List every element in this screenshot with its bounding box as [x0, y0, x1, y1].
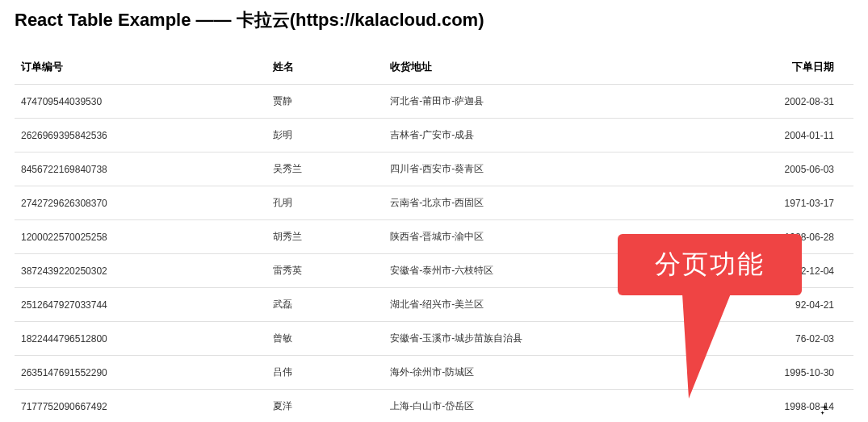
cell-address: 四川省-西安市-葵青区 — [384, 153, 736, 186]
cell-name: 雷秀英 — [266, 254, 384, 288]
cell-date: 76-02-03 — [736, 322, 853, 356]
col-header-date[interactable]: 下单日期 — [736, 50, 853, 85]
cell-name: 贾静 — [266, 85, 384, 119]
table-row[interactable]: 2626969395842536彭明吉林省-广安市-成县2004-01-11 — [15, 119, 853, 153]
cell-name: 吕伟 — [266, 356, 384, 390]
cell-id: 2635147691552290 — [15, 356, 266, 390]
table-row[interactable]: 8456722169840738吴秀兰四川省-西安市-葵青区2005-06-03 — [15, 153, 853, 186]
cell-date: 1998-08-14 — [736, 390, 853, 423]
cell-id: 1822444796512800 — [15, 322, 266, 356]
cell-id: 7177752090667492 — [15, 390, 266, 423]
cell-name: 孔明 — [266, 186, 384, 220]
cell-address: 云南省-北京市-西固区 — [384, 186, 736, 220]
cell-id: 1200022570025258 — [15, 220, 266, 254]
cell-name: 武磊 — [266, 288, 384, 322]
col-header-address[interactable]: 收货地址 — [384, 50, 736, 85]
cell-id: 474709544039530 — [15, 85, 266, 119]
cell-id: 2742729626308370 — [15, 186, 266, 220]
cell-date: 2002-08-31 — [736, 85, 853, 119]
cell-name: 曾敏 — [266, 322, 384, 356]
cell-date: 2004-01-11 — [736, 119, 853, 153]
cell-address: 河北省-莆田市-萨迦县 — [384, 85, 736, 119]
cell-id: 2512647927033744 — [15, 288, 266, 322]
cell-date: 1995-10-30 — [736, 356, 853, 390]
cursor-icon — [818, 403, 831, 416]
cell-id: 8456722169840738 — [15, 153, 266, 186]
col-header-name[interactable]: 姓名 — [266, 50, 384, 85]
cell-name: 吴秀兰 — [266, 153, 384, 186]
cell-name: 夏洋 — [266, 390, 384, 423]
cell-id: 3872439220250302 — [15, 254, 266, 288]
table-header-row: 订单编号 姓名 收货地址 下单日期 — [15, 50, 853, 85]
table-row[interactable]: 474709544039530贾静河北省-莆田市-萨迦县2002-08-31 — [15, 85, 853, 119]
page-title: React Table Example —— 卡拉云(https://kalac… — [15, 8, 853, 32]
cell-name: 彭明 — [266, 119, 384, 153]
cell-date: 2005-06-03 — [736, 153, 853, 186]
annotation-callout: 分页功能 — [618, 234, 802, 295]
cell-name: 胡秀兰 — [266, 220, 384, 254]
table-row[interactable]: 2742729626308370孔明云南省-北京市-西固区1971-03-17 — [15, 186, 853, 220]
cell-date: 1971-03-17 — [736, 186, 853, 220]
annotation-text: 分页功能 — [655, 247, 765, 282]
cell-id: 2626969395842536 — [15, 119, 266, 153]
cell-address: 吉林省-广安市-成县 — [384, 119, 736, 153]
col-header-id[interactable]: 订单编号 — [15, 50, 266, 85]
